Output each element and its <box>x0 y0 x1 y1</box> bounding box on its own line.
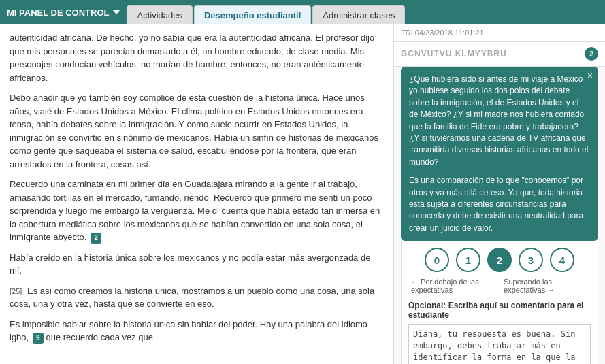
left-text-panel: autenticidad africana. De hecho, yo no s… <box>0 24 394 364</box>
label-below-expectations: ← Por debajo de las expectativas <box>411 278 504 294</box>
header: MI PANEL DE CONTROL Actividades Desempeñ… <box>0 0 605 24</box>
right-panel-inner: × ¿Qué hubiera sido si antes de mi viaje… <box>394 67 605 364</box>
score-circle-3[interactable]: 3 <box>519 248 543 272</box>
question-text: ¿Qué hubiera sido si antes de mi viaje a… <box>409 73 590 168</box>
paragraph-6-cont: que recuerdo cada vez que <box>46 332 153 342</box>
optional-label: Opcional: Escriba aquí su comentario par… <box>408 301 591 320</box>
footnote-25: [25] <box>10 287 22 295</box>
tab-administrar[interactable]: Administrar clases <box>312 5 405 24</box>
paragraph-4: Había creído en la historia única sobre … <box>10 251 384 278</box>
score-selector-area: 0 1 2 3 4 ← Por debajo de las expectativ… <box>401 241 598 364</box>
paragraph-5: [25] Es así como creamos la historia úni… <box>10 284 384 311</box>
inline-badge-2: 2 <box>91 233 101 244</box>
paragraph-1: autenticidad africana. De hecho, yo no s… <box>10 31 384 84</box>
label-above-expectations: Superando las expectativas → <box>504 278 588 294</box>
close-icon[interactable]: × <box>587 71 593 80</box>
score-labels: ← Por debajo de las expectativas Superan… <box>408 278 591 294</box>
main-content: autenticidad africana. De hecho, yo no s… <box>0 24 605 364</box>
inline-badge-9: 9 <box>33 333 44 344</box>
score-circle-4[interactable]: 4 <box>550 248 574 272</box>
timestamp-text: FRI 04/23/2018 11:01:21 <box>394 24 605 42</box>
score-circles: 0 1 2 3 4 <box>408 248 591 272</box>
student-code-text: GCNVUTVU KLMYYBRU <box>401 49 507 59</box>
tab-bar: Actividades Desempeño estudiantil Admini… <box>127 0 406 24</box>
score-popup: × ¿Qué hubiera sido si antes de mi viaje… <box>401 67 598 241</box>
paragraph-5-text: Es así como creamos la historia única, m… <box>10 286 374 310</box>
comment-textarea[interactable]: Diana, tu respuesta es buena. Sin embarg… <box>408 324 591 364</box>
paragraph-3: Recuerdo una caminata en mi primer día e… <box>10 178 384 244</box>
brand-button[interactable]: MI PANEL DE CONTROL <box>7 7 120 18</box>
score-circle-1[interactable]: 1 <box>456 248 480 272</box>
student-response-area: GCNVUTVU KLMYYBRU 2 <box>394 42 605 67</box>
student-code: GCNVUTVU KLMYYBRU 2 <box>401 47 598 61</box>
paragraph-3-text: Recuerdo una caminata en mi primer día e… <box>10 179 380 242</box>
right-panel: FRI 04/23/2018 11:01:21 GCNVUTVU KLMYYBR… <box>394 24 605 364</box>
paragraph-2: Debo añadir que yo también soy cómplice … <box>10 91 384 171</box>
comparison-text: Es una comparación de lo que "conocemos"… <box>409 175 590 234</box>
tab-desempeno[interactable]: Desempeño estudiantil <box>194 5 311 24</box>
brand-label: MI PANEL DE CONTROL <box>7 7 109 18</box>
tab-actividades[interactable]: Actividades <box>127 5 192 24</box>
score-circle-2[interactable]: 2 <box>487 248 512 272</box>
score-badge-top: 2 <box>585 47 598 61</box>
paragraph-6: Es imposible hablar sobre la historia ún… <box>10 318 384 344</box>
dropdown-caret-icon <box>113 10 120 14</box>
score-circle-0[interactable]: 0 <box>425 248 449 272</box>
